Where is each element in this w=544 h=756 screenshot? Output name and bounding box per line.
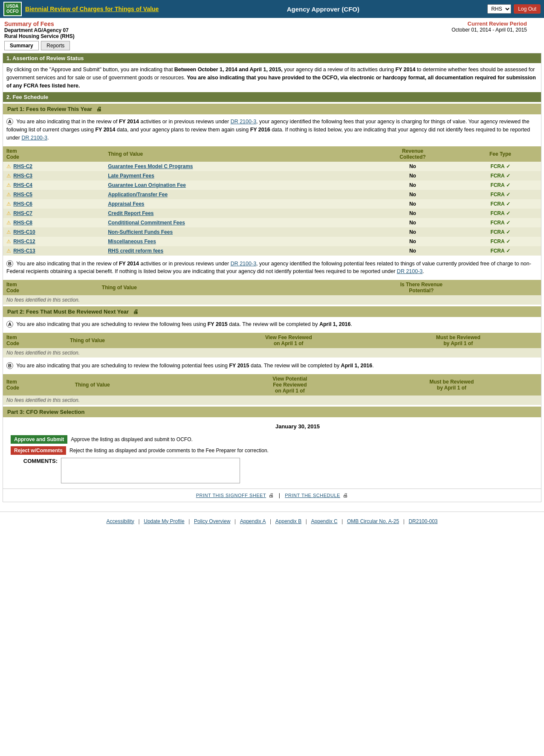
warning-icon: ⚠ [6, 173, 11, 179]
fee-code-link[interactable]: RHS-C10 [13, 229, 35, 235]
fee-name-link[interactable]: Condititional Commitment Fees [108, 220, 185, 226]
part2-header: Part 2: Fees That Must Be Reviewed Next … [3, 306, 541, 317]
footer-link-policy[interactable]: Policy Overview [194, 518, 230, 524]
header-right: RHS Log Out [487, 4, 541, 14]
fee-revenue: No [366, 162, 460, 171]
alpha-a: A [6, 118, 13, 125]
fee-code-link[interactable]: RHS-C3 [13, 173, 32, 179]
header-agency-approver: Agency Approver (CFO) [287, 6, 359, 13]
table-row: ⚠ RHS-C6 Appraisal Fees No FCRA ✓ [3, 199, 541, 209]
p2b-date: April 1, 2016 [341, 363, 373, 369]
part1b-table: ItemCode Thing of Value Is There Revenue… [3, 280, 541, 305]
fee-type: FCRA ✓ [460, 199, 541, 209]
part2a-no-fees: No fees identified in this section. [3, 348, 541, 358]
header-title: Biennial Review of Charges for Things of… [25, 6, 159, 12]
fee-name-link[interactable]: Credit Report Fees [108, 210, 153, 216]
fee-name-link[interactable]: Guarantee Fees Model C Programs [108, 163, 193, 169]
footer-link-dr2100[interactable]: DR2100-003 [408, 518, 437, 524]
fee-name: Non-Sufficient Funds Fees [104, 227, 366, 237]
footer-link-omb[interactable]: OMB Circular No. A-25 [347, 518, 399, 524]
dr2100-3-link-1a[interactable]: DR 2100-3 [231, 119, 256, 125]
fee-code: ⚠ RHS-C8 [3, 218, 104, 227]
fee-name-link[interactable]: Application/Transfer Fee [108, 192, 168, 198]
part2b-empty-msg: No fees identified in this section. [3, 395, 541, 405]
approve-row: Approve and Submit Approve the listing a… [7, 434, 537, 445]
fee-code-link[interactable]: RHS-C4 [13, 182, 32, 188]
print-schedule-link[interactable]: PRINT THE SCHEDULE [285, 493, 340, 498]
reject-button[interactable]: Reject w/Comments [11, 446, 66, 455]
usda-logo: USDA OCFO [3, 2, 22, 16]
fee-revenue: No [366, 190, 460, 199]
alpha-a2: A [6, 321, 13, 328]
agency-select[interactable]: RHS [487, 4, 511, 14]
dr2100-3-link-1b[interactable]: DR 2100-3 [231, 261, 256, 267]
current-period-label: Current Review Period [451, 20, 527, 27]
logout-button[interactable]: Log Out [514, 4, 541, 14]
warning-icon: ⚠ [6, 210, 11, 216]
fee-code-link[interactable]: RHS-C5 [13, 192, 32, 198]
fee-name-link[interactable]: Appraisal Fees [108, 201, 144, 207]
print-icon-part1[interactable]: 🖨 [96, 106, 102, 112]
footer-link-appendixc[interactable]: Appendix C [311, 518, 338, 524]
dr2100-3-link-1b2[interactable]: DR 2100-3 [397, 268, 422, 274]
part2b-no-fees: No fees identified in this section. [3, 395, 541, 405]
warning-icon: ⚠ [6, 220, 11, 226]
tab-reports[interactable]: Reports [41, 41, 70, 50]
fee-type: FCRA ✓ [460, 180, 541, 190]
fee-code-link[interactable]: RHS-C12 [13, 238, 35, 244]
fee-revenue: No [366, 180, 460, 190]
alpha-b: B [6, 260, 13, 267]
fee-name-link[interactable]: RHS credit reform fees [108, 248, 163, 254]
p2a-col-code: ItemCode [3, 333, 67, 348]
fee-code-link[interactable]: RHS-C7 [13, 210, 32, 216]
period-dates: October 01, 2014 - April 01, 2015 [451, 27, 527, 33]
p2b-col-reviewed: View PotentialFee Reviewedon April 1 of [217, 374, 362, 395]
fee-code-link[interactable]: RHS-C2 [13, 163, 32, 169]
p2b-col-thing: Thing of Value [72, 374, 217, 395]
dr2100-3-link-1a2[interactable]: DR 2100-3 [21, 135, 47, 141]
part2a-empty-msg: No fees identified in this section. [3, 348, 541, 358]
reject-desc: Reject the listing as displayed and prov… [69, 448, 269, 454]
table-row: ⚠ RHS-C12 Miscellaneous Fees No FCRA ✓ [3, 237, 541, 246]
table-row: ⚠ RHS-C2 Guarantee Fees Model C Programs… [3, 162, 541, 171]
fee-code: ⚠ RHS-C6 [3, 199, 104, 209]
approve-desc: Approve the listing as displayed and sub… [71, 436, 192, 442]
tab-summary[interactable]: Summary [4, 41, 39, 50]
print-row: PRINT THIS SIGNOFF SHEET 🖨 | PRINT THE S… [3, 488, 541, 502]
fee-name-link[interactable]: Non-Sufficient Funds Fees [108, 229, 173, 235]
part1a-table: ItemCode Thing of Value RevenueCollected… [3, 146, 541, 256]
fee-code-link[interactable]: RHS-C8 [13, 220, 32, 226]
fee-code: ⚠ RHS-C12 [3, 237, 104, 246]
comments-label: COMMENTS: [11, 458, 58, 464]
footer-link-appendixb[interactable]: Appendix B [275, 518, 301, 524]
part2b-desc: B You are also indicating that you are s… [3, 359, 541, 372]
fee-name: Condititional Commitment Fees [104, 218, 366, 227]
assertion-text: By clicking on the "Approve and Submit" … [3, 63, 541, 92]
footer-link-accessibility[interactable]: Accessibility [107, 518, 134, 524]
fee-name-link[interactable]: Late Payment Fees [108, 173, 154, 179]
p2a-fy: FY 2015 [208, 321, 228, 327]
p1b-col-code: ItemCode [3, 280, 98, 295]
approve-submit-button[interactable]: Approve and Submit [11, 435, 67, 444]
comments-textarea[interactable] [61, 458, 240, 483]
fee-revenue: No [366, 237, 460, 246]
summary-title: Summary of Fees [4, 20, 75, 27]
fee-name: RHS credit reform fees [104, 246, 366, 256]
fee-code: ⚠ RHS-C5 [3, 190, 104, 199]
fee-name-link[interactable]: Miscellaneous Fees [108, 238, 156, 244]
fee-type: FCRA ✓ [460, 209, 541, 218]
fee-code-link[interactable]: RHS-C6 [13, 201, 32, 207]
fee-name: Guarantee Fees Model C Programs [104, 162, 366, 171]
print-signoff-link[interactable]: PRINT THIS SIGNOFF SHEET [196, 493, 266, 498]
print-icon-part2[interactable]: 🖨 [133, 308, 139, 315]
footer-link-profile[interactable]: Update My Profile [144, 518, 184, 524]
footer-link-appendixa[interactable]: Appendix A [240, 518, 266, 524]
fee-code: ⚠ RHS-C13 [3, 246, 104, 256]
reject-row: Reject w/Comments Reject the listing as … [7, 445, 537, 456]
fee-code-link[interactable]: RHS-C13 [13, 248, 35, 254]
p1a-fy3: FY 2016 [250, 127, 270, 133]
fee-type: FCRA ✓ [460, 162, 541, 171]
p1b-fy: FY 2014 [119, 261, 139, 267]
section1-header: 1. Assertion of Review Status [3, 53, 541, 63]
fee-name-link[interactable]: Guarantee Loan Origination Fee [108, 182, 186, 188]
